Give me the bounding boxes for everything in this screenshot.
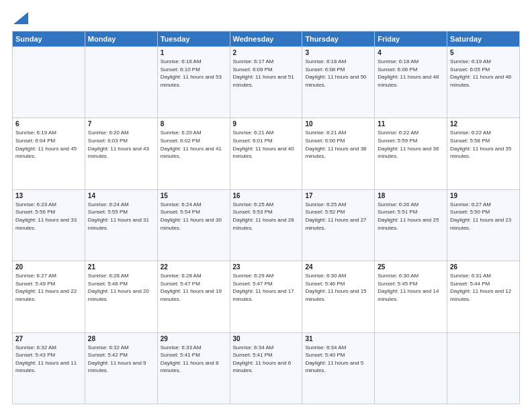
calendar-cell: 1Sunrise: 6:16 AM Sunset: 6:10 PM Daylig… (157, 47, 230, 118)
day-number: 5 (450, 49, 517, 56)
calendar-cell: 10Sunrise: 6:21 AM Sunset: 6:00 PM Dayli… (302, 118, 375, 189)
calendar-cell: 14Sunrise: 6:24 AM Sunset: 5:55 PM Dayli… (85, 189, 157, 261)
day-info: Sunrise: 6:27 AM Sunset: 5:50 PM Dayligh… (450, 201, 517, 232)
weekday-header-friday: Friday (375, 32, 447, 47)
calendar-cell: 7Sunrise: 6:20 AM Sunset: 6:03 PM Daylig… (85, 118, 157, 189)
page: SundayMondayTuesdayWednesdayThursdayFrid… (0, 0, 532, 411)
day-info: Sunrise: 6:25 AM Sunset: 5:52 PM Dayligh… (305, 201, 371, 232)
calendar-cell: 2Sunrise: 6:17 AM Sunset: 6:09 PM Daylig… (230, 47, 302, 118)
day-info: Sunrise: 6:17 AM Sunset: 6:09 PM Dayligh… (233, 58, 300, 89)
weekday-header-saturday: Saturday (447, 32, 520, 47)
day-number: 4 (378, 49, 444, 56)
day-number: 28 (88, 335, 154, 342)
day-number: 18 (378, 192, 444, 199)
weekday-header-tuesday: Tuesday (157, 32, 230, 47)
calendar-cell: 4Sunrise: 6:18 AM Sunset: 6:06 PM Daylig… (375, 47, 447, 118)
calendar-cell (447, 332, 520, 404)
day-info: Sunrise: 6:31 AM Sunset: 5:44 PM Dayligh… (450, 272, 517, 303)
logo-icon (13, 12, 28, 24)
calendar-cell: 6Sunrise: 6:19 AM Sunset: 6:04 PM Daylig… (13, 118, 85, 189)
day-info: Sunrise: 6:24 AM Sunset: 5:54 PM Dayligh… (161, 201, 227, 232)
calendar-cell: 18Sunrise: 6:26 AM Sunset: 5:51 PM Dayli… (375, 189, 447, 261)
day-info: Sunrise: 6:30 AM Sunset: 5:46 PM Dayligh… (305, 272, 371, 303)
day-number: 11 (378, 120, 444, 128)
calendar-cell: 29Sunrise: 6:33 AM Sunset: 5:41 PM Dayli… (157, 332, 230, 404)
day-info: Sunrise: 6:18 AM Sunset: 6:06 PM Dayligh… (378, 58, 444, 89)
week-row-2: 13Sunrise: 6:23 AM Sunset: 5:56 PM Dayli… (13, 189, 520, 261)
week-row-3: 20Sunrise: 6:27 AM Sunset: 5:49 PM Dayli… (13, 261, 520, 332)
day-number: 30 (233, 335, 300, 342)
day-number: 7 (88, 120, 154, 128)
day-info: Sunrise: 6:26 AM Sunset: 5:51 PM Dayligh… (378, 201, 444, 232)
weekday-header-monday: Monday (85, 32, 157, 47)
calendar-cell: 3Sunrise: 6:18 AM Sunset: 6:08 PM Daylig… (302, 47, 375, 118)
calendar-cell: 28Sunrise: 6:32 AM Sunset: 5:42 PM Dayli… (85, 332, 157, 404)
day-number: 14 (88, 192, 154, 199)
day-number: 21 (88, 263, 154, 271)
calendar-cell: 13Sunrise: 6:23 AM Sunset: 5:56 PM Dayli… (13, 189, 85, 261)
header (12, 12, 520, 24)
day-info: Sunrise: 6:27 AM Sunset: 5:49 PM Dayligh… (15, 272, 82, 303)
day-number: 10 (305, 120, 371, 128)
calendar-cell: 30Sunrise: 6:34 AM Sunset: 5:41 PM Dayli… (230, 332, 302, 404)
day-info: Sunrise: 6:32 AM Sunset: 5:42 PM Dayligh… (88, 344, 154, 375)
weekday-header-thursday: Thursday (302, 32, 375, 47)
day-number: 1 (161, 49, 227, 56)
calendar-cell: 9Sunrise: 6:21 AM Sunset: 6:01 PM Daylig… (230, 118, 302, 189)
day-number: 19 (450, 192, 517, 199)
calendar-body: 1Sunrise: 6:16 AM Sunset: 6:10 PM Daylig… (13, 47, 520, 404)
day-number: 24 (305, 263, 371, 271)
day-number: 17 (305, 192, 371, 199)
day-number: 16 (233, 192, 300, 199)
day-info: Sunrise: 6:30 AM Sunset: 5:45 PM Dayligh… (378, 272, 444, 303)
calendar-cell: 12Sunrise: 6:22 AM Sunset: 5:58 PM Dayli… (447, 118, 520, 189)
calendar-cell: 24Sunrise: 6:30 AM Sunset: 5:46 PM Dayli… (302, 261, 375, 332)
day-number: 27 (15, 335, 82, 342)
day-number: 8 (161, 120, 227, 128)
day-info: Sunrise: 6:16 AM Sunset: 6:10 PM Dayligh… (161, 58, 227, 89)
day-number: 20 (15, 263, 82, 271)
day-number: 23 (233, 263, 300, 271)
day-info: Sunrise: 6:18 AM Sunset: 6:08 PM Dayligh… (305, 58, 371, 89)
day-info: Sunrise: 6:33 AM Sunset: 5:41 PM Dayligh… (161, 344, 227, 375)
day-info: Sunrise: 6:32 AM Sunset: 5:43 PM Dayligh… (15, 344, 82, 375)
week-row-4: 27Sunrise: 6:32 AM Sunset: 5:43 PM Dayli… (13, 332, 520, 404)
day-info: Sunrise: 6:22 AM Sunset: 5:59 PM Dayligh… (378, 129, 444, 160)
calendar-cell: 26Sunrise: 6:31 AM Sunset: 5:44 PM Dayli… (447, 261, 520, 332)
day-info: Sunrise: 6:19 AM Sunset: 6:04 PM Dayligh… (15, 129, 82, 160)
calendar-cell (13, 47, 85, 118)
day-info: Sunrise: 6:34 AM Sunset: 5:40 PM Dayligh… (305, 344, 371, 375)
day-info: Sunrise: 6:21 AM Sunset: 6:00 PM Dayligh… (305, 129, 371, 160)
day-info: Sunrise: 6:20 AM Sunset: 6:02 PM Dayligh… (161, 129, 227, 160)
logo (12, 12, 28, 24)
calendar-cell: 27Sunrise: 6:32 AM Sunset: 5:43 PM Dayli… (13, 332, 85, 404)
day-number: 15 (161, 192, 227, 199)
svg-marker-0 (13, 12, 28, 24)
day-info: Sunrise: 6:25 AM Sunset: 5:53 PM Dayligh… (233, 201, 300, 232)
day-info: Sunrise: 6:24 AM Sunset: 5:55 PM Dayligh… (88, 201, 154, 232)
day-info: Sunrise: 6:23 AM Sunset: 5:56 PM Dayligh… (15, 201, 82, 232)
weekday-row: SundayMondayTuesdayWednesdayThursdayFrid… (13, 32, 520, 47)
calendar-cell: 8Sunrise: 6:20 AM Sunset: 6:02 PM Daylig… (157, 118, 230, 189)
day-number: 26 (450, 263, 517, 271)
day-number: 3 (305, 49, 371, 56)
weekday-header-wednesday: Wednesday (230, 32, 302, 47)
calendar-cell: 17Sunrise: 6:25 AM Sunset: 5:52 PM Dayli… (302, 189, 375, 261)
calendar-cell: 19Sunrise: 6:27 AM Sunset: 5:50 PM Dayli… (447, 189, 520, 261)
day-info: Sunrise: 6:34 AM Sunset: 5:41 PM Dayligh… (233, 344, 300, 375)
calendar-cell (375, 332, 447, 404)
week-row-0: 1Sunrise: 6:16 AM Sunset: 6:10 PM Daylig… (13, 47, 520, 118)
calendar-cell: 5Sunrise: 6:19 AM Sunset: 6:05 PM Daylig… (447, 47, 520, 118)
day-info: Sunrise: 6:22 AM Sunset: 5:58 PM Dayligh… (450, 129, 517, 160)
day-number: 25 (378, 263, 444, 271)
calendar-cell: 11Sunrise: 6:22 AM Sunset: 5:59 PM Dayli… (375, 118, 447, 189)
day-number: 13 (15, 192, 82, 199)
day-number: 2 (233, 49, 300, 56)
day-info: Sunrise: 6:28 AM Sunset: 5:48 PM Dayligh… (88, 272, 154, 303)
day-number: 9 (233, 120, 300, 128)
day-number: 22 (161, 263, 227, 271)
calendar-cell: 21Sunrise: 6:28 AM Sunset: 5:48 PM Dayli… (85, 261, 157, 332)
calendar-cell: 23Sunrise: 6:29 AM Sunset: 5:47 PM Dayli… (230, 261, 302, 332)
day-info: Sunrise: 6:21 AM Sunset: 6:01 PM Dayligh… (233, 129, 300, 160)
calendar-header: SundayMondayTuesdayWednesdayThursdayFrid… (13, 32, 520, 47)
